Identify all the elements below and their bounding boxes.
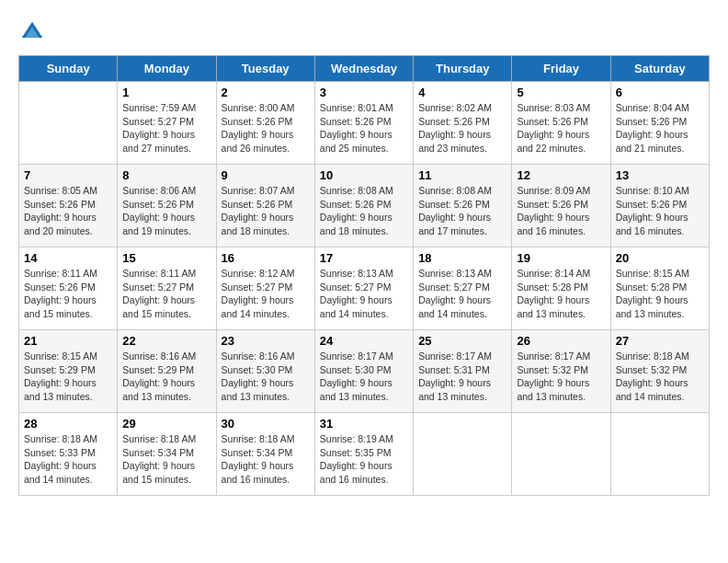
calendar-cell (19, 82, 118, 165)
cell-date-number: 10 (320, 168, 408, 182)
cell-date-number: 15 (122, 251, 210, 265)
calendar-cell: 27Sunrise: 8:18 AMSunset: 5:32 PMDayligh… (610, 330, 709, 413)
calendar-table: SundayMondayTuesdayWednesdayThursdayFrid… (18, 55, 710, 496)
cell-info: Sunrise: 8:17 AMSunset: 5:31 PMDaylight:… (418, 350, 506, 404)
cell-date-number: 30 (222, 417, 310, 431)
cell-info: Sunrise: 8:18 AMSunset: 5:32 PMDaylight:… (616, 350, 704, 404)
calendar-cell: 18Sunrise: 8:13 AMSunset: 5:27 PMDayligh… (414, 247, 512, 330)
calendar-cell: 3Sunrise: 8:01 AMSunset: 5:26 PMDaylight… (314, 82, 413, 165)
cell-date-number: 3 (320, 86, 408, 99)
cell-info: Sunrise: 8:18 AMSunset: 5:34 PMDaylight:… (222, 432, 310, 487)
calendar-cell: 6Sunrise: 8:04 AMSunset: 5:26 PMDaylight… (610, 82, 709, 165)
cell-info: Sunrise: 8:05 AMSunset: 5:26 PMDaylight:… (24, 184, 112, 238)
logo-icon (18, 18, 46, 46)
cell-info: Sunrise: 8:03 AMSunset: 5:26 PMDaylight:… (517, 101, 605, 155)
cell-info: Sunrise: 8:07 AMSunset: 5:26 PMDaylight:… (222, 184, 310, 238)
calendar-cell: 16Sunrise: 8:12 AMSunset: 5:27 PMDayligh… (216, 247, 314, 330)
calendar-cell: 12Sunrise: 8:09 AMSunset: 5:26 PMDayligh… (512, 165, 610, 247)
calendar-cell: 9Sunrise: 8:07 AMSunset: 5:26 PMDaylight… (216, 165, 314, 247)
cell-info: Sunrise: 8:13 AMSunset: 5:27 PMDaylight:… (320, 267, 408, 321)
calendar-cell: 31Sunrise: 8:19 AMSunset: 5:35 PMDayligh… (314, 413, 413, 496)
cell-date-number: 12 (517, 168, 605, 182)
calendar-cell: 10Sunrise: 8:08 AMSunset: 5:26 PMDayligh… (314, 165, 413, 247)
calendar-cell: 29Sunrise: 8:18 AMSunset: 5:34 PMDayligh… (118, 413, 216, 496)
calendar-header-row: SundayMondayTuesdayWednesdayThursdayFrid… (19, 56, 710, 82)
calendar-cell: 4Sunrise: 8:02 AMSunset: 5:26 PMDaylight… (414, 82, 512, 165)
day-header-saturday: Saturday (610, 56, 709, 82)
cell-info: Sunrise: 8:12 AMSunset: 5:27 PMDaylight:… (222, 267, 310, 321)
cell-date-number: 26 (517, 334, 605, 348)
cell-info: Sunrise: 8:16 AMSunset: 5:29 PMDaylight:… (122, 350, 210, 404)
cell-date-number: 14 (24, 251, 112, 265)
cell-date-number: 22 (122, 334, 210, 348)
cell-date-number: 16 (222, 251, 310, 265)
cell-info: Sunrise: 8:06 AMSunset: 5:26 PMDaylight:… (122, 184, 210, 238)
calendar-cell: 24Sunrise: 8:17 AMSunset: 5:30 PMDayligh… (314, 330, 413, 413)
cell-date-number: 9 (222, 168, 310, 182)
header (18, 18, 710, 46)
calendar-body: 1Sunrise: 7:59 AMSunset: 5:27 PMDaylight… (19, 82, 710, 496)
calendar-cell (512, 413, 610, 496)
calendar-cell: 28Sunrise: 8:18 AMSunset: 5:33 PMDayligh… (19, 413, 118, 496)
cell-info: Sunrise: 8:15 AMSunset: 5:29 PMDaylight:… (24, 350, 112, 404)
cell-info: Sunrise: 8:17 AMSunset: 5:30 PMDaylight:… (320, 350, 408, 404)
cell-info: Sunrise: 8:17 AMSunset: 5:32 PMDaylight:… (517, 350, 605, 404)
cell-date-number: 8 (122, 168, 210, 182)
cell-info: Sunrise: 8:19 AMSunset: 5:35 PMDaylight:… (320, 432, 408, 487)
day-header-sunday: Sunday (19, 56, 118, 82)
cell-date-number: 24 (320, 334, 408, 348)
cell-date-number: 2 (222, 86, 310, 99)
cell-date-number: 11 (418, 168, 506, 182)
cell-info: Sunrise: 8:15 AMSunset: 5:28 PMDaylight:… (616, 267, 704, 321)
calendar-cell: 19Sunrise: 8:14 AMSunset: 5:28 PMDayligh… (512, 247, 610, 330)
cell-date-number: 21 (24, 334, 112, 348)
cell-date-number: 23 (222, 334, 310, 348)
cell-info: Sunrise: 8:18 AMSunset: 5:34 PMDaylight:… (122, 432, 210, 487)
day-header-friday: Friday (512, 56, 610, 82)
cell-info: Sunrise: 8:09 AMSunset: 5:26 PMDaylight:… (517, 184, 605, 238)
day-header-tuesday: Tuesday (216, 56, 314, 82)
cell-info: Sunrise: 8:13 AMSunset: 5:27 PMDaylight:… (418, 267, 506, 321)
calendar-cell: 14Sunrise: 8:11 AMSunset: 5:26 PMDayligh… (19, 247, 118, 330)
cell-info: Sunrise: 8:11 AMSunset: 5:26 PMDaylight:… (24, 267, 112, 321)
cell-date-number: 25 (418, 334, 506, 348)
cell-info: Sunrise: 7:59 AMSunset: 5:27 PMDaylight:… (122, 101, 210, 155)
calendar-week-row: 21Sunrise: 8:15 AMSunset: 5:29 PMDayligh… (19, 330, 710, 413)
calendar-week-row: 28Sunrise: 8:18 AMSunset: 5:33 PMDayligh… (19, 413, 710, 496)
calendar-cell: 30Sunrise: 8:18 AMSunset: 5:34 PMDayligh… (216, 413, 314, 496)
cell-date-number: 18 (418, 251, 506, 265)
cell-date-number: 1 (122, 86, 210, 99)
cell-date-number: 13 (616, 168, 704, 182)
cell-info: Sunrise: 8:01 AMSunset: 5:26 PMDaylight:… (320, 101, 408, 155)
cell-info: Sunrise: 8:18 AMSunset: 5:33 PMDaylight:… (24, 432, 112, 487)
calendar-cell (414, 413, 512, 496)
cell-date-number: 4 (418, 86, 506, 99)
cell-info: Sunrise: 8:10 AMSunset: 5:26 PMDaylight:… (616, 184, 704, 238)
calendar-cell: 7Sunrise: 8:05 AMSunset: 5:26 PMDaylight… (19, 165, 118, 247)
cell-info: Sunrise: 8:08 AMSunset: 5:26 PMDaylight:… (320, 184, 408, 238)
day-header-monday: Monday (118, 56, 216, 82)
cell-date-number: 31 (320, 417, 408, 431)
calendar-cell (610, 413, 709, 496)
cell-date-number: 28 (24, 417, 112, 431)
calendar-cell: 17Sunrise: 8:13 AMSunset: 5:27 PMDayligh… (314, 247, 413, 330)
cell-info: Sunrise: 8:08 AMSunset: 5:26 PMDaylight:… (418, 184, 506, 238)
cell-date-number: 6 (616, 86, 704, 99)
calendar-week-row: 7Sunrise: 8:05 AMSunset: 5:26 PMDaylight… (19, 165, 710, 247)
cell-date-number: 27 (616, 334, 704, 348)
cell-info: Sunrise: 8:16 AMSunset: 5:30 PMDaylight:… (222, 350, 310, 404)
calendar-cell: 23Sunrise: 8:16 AMSunset: 5:30 PMDayligh… (216, 330, 314, 413)
cell-info: Sunrise: 8:14 AMSunset: 5:28 PMDaylight:… (517, 267, 605, 321)
cell-date-number: 29 (122, 417, 210, 431)
cell-date-number: 19 (517, 251, 605, 265)
calendar-cell: 20Sunrise: 8:15 AMSunset: 5:28 PMDayligh… (610, 247, 709, 330)
calendar-cell: 11Sunrise: 8:08 AMSunset: 5:26 PMDayligh… (414, 165, 512, 247)
calendar-cell: 5Sunrise: 8:03 AMSunset: 5:26 PMDaylight… (512, 82, 610, 165)
calendar-cell: 15Sunrise: 8:11 AMSunset: 5:27 PMDayligh… (118, 247, 216, 330)
day-header-thursday: Thursday (414, 56, 512, 82)
cell-date-number: 17 (320, 251, 408, 265)
calendar-cell: 1Sunrise: 7:59 AMSunset: 5:27 PMDaylight… (118, 82, 216, 165)
cell-date-number: 7 (24, 168, 112, 182)
cell-info: Sunrise: 8:00 AMSunset: 5:26 PMDaylight:… (222, 101, 310, 155)
cell-date-number: 20 (616, 251, 704, 265)
